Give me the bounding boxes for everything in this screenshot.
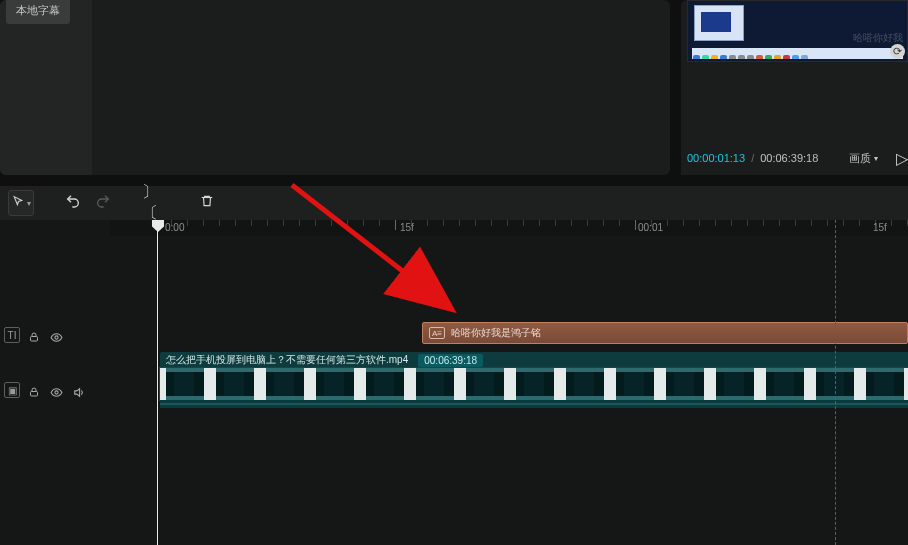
- undo-button[interactable]: [60, 190, 86, 216]
- preview-window-thumb: [694, 5, 744, 41]
- svg-rect-2: [31, 392, 38, 397]
- delete-tool[interactable]: [194, 190, 220, 216]
- caption-type-badge: A≡: [429, 327, 445, 339]
- refresh-icon[interactable]: ⟳: [890, 44, 905, 59]
- svg-rect-0: [31, 337, 38, 342]
- time-separator: /: [751, 152, 754, 164]
- assets-panel: 本地字幕: [0, 0, 670, 175]
- preview-dock-icons: [692, 48, 903, 59]
- ruler-label: 0:00: [165, 222, 184, 233]
- eye-icon[interactable]: [48, 329, 64, 345]
- current-time: 00:00:01:13: [687, 152, 745, 164]
- ruler-label: 00:01: [638, 222, 663, 233]
- svg-point-1: [54, 335, 57, 338]
- quality-selector[interactable]: 画质 ▾: [849, 151, 878, 166]
- video-track-controls: [26, 382, 86, 402]
- quality-label: 画质: [849, 151, 871, 166]
- playhead[interactable]: [157, 220, 158, 545]
- secondary-marker[interactable]: [835, 220, 836, 545]
- play-button[interactable]: ▷: [896, 149, 908, 168]
- svg-point-3: [54, 390, 57, 393]
- caption-text: 哈嗒你好我是鸿子铭: [451, 326, 541, 340]
- cursor-icon: [12, 194, 25, 212]
- selection-tool[interactable]: ▾: [8, 190, 34, 216]
- timeline-ruler[interactable]: 0:0015f00:0115f: [110, 220, 908, 236]
- video-filename: 怎么把手机投屏到电脑上？不需要任何第三方软件.mp4: [166, 353, 408, 367]
- eye-icon[interactable]: [48, 384, 64, 400]
- redo-icon: [95, 193, 111, 213]
- video-track-type-icon: ▣: [4, 382, 20, 398]
- video-clip-header[interactable]: 怎么把手机投屏到电脑上？不需要任何第三方软件.mp4 00:06:39:18: [160, 352, 908, 368]
- ruler-label: 15f: [400, 222, 414, 233]
- audio-waveform[interactable]: [160, 400, 908, 408]
- preview-panel: + 哈嗒你好我 ⟳ 00:00:01:13 / 00:06:39:18 画质 ▾…: [681, 0, 908, 175]
- timeline-tracks[interactable]: A≡ 哈嗒你好我是鸿子铭 怎么把手机投屏到电脑上？不需要任何第三方软件.mp4 …: [110, 236, 908, 545]
- chevron-down-icon: ▾: [27, 199, 31, 208]
- text-track-controls: [26, 327, 64, 347]
- undo-icon: [65, 193, 81, 213]
- timeline-toolbar: ▾ 〕〔: [0, 186, 908, 220]
- split-tool[interactable]: 〕〔: [142, 190, 168, 216]
- speaker-icon[interactable]: [70, 384, 86, 400]
- chevron-down-icon: ▾: [874, 154, 878, 163]
- preview-playbar: 00:00:01:13 / 00:06:39:18 画质 ▾ ▷: [687, 148, 908, 168]
- preview-watermark: 哈嗒你好我: [853, 31, 903, 45]
- split-icon: 〕〔: [142, 182, 168, 224]
- text-track-type-icon: TI: [4, 327, 20, 343]
- video-clip[interactable]: [160, 368, 908, 400]
- track-header-column: TI ▣: [0, 220, 110, 545]
- trash-icon: [200, 194, 214, 212]
- lock-icon[interactable]: [26, 329, 42, 345]
- local-subtitle-chip[interactable]: 本地字幕: [6, 0, 70, 24]
- total-duration: 00:06:39:18: [760, 152, 818, 164]
- ruler-label: 15f: [873, 222, 887, 233]
- redo-button[interactable]: [90, 190, 116, 216]
- top-panel-area: 本地字幕 + 哈嗒你好我 ⟳ 00:00:01:13 / 00:06:39:18…: [0, 0, 908, 180]
- lock-icon[interactable]: [26, 384, 42, 400]
- preview-viewport[interactable]: + 哈嗒你好我 ⟳: [687, 0, 908, 62]
- assets-side-column: 本地字幕: [0, 0, 92, 175]
- video-duration-badge: 00:06:39:18: [418, 354, 483, 367]
